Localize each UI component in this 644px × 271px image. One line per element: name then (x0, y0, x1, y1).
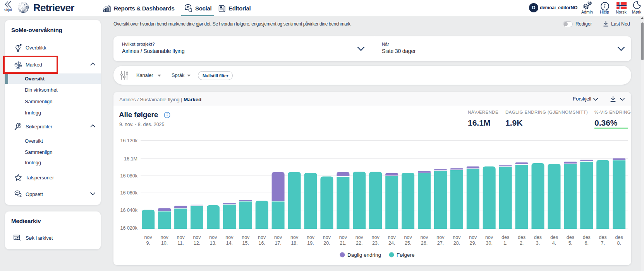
svg-text:nov: nov (485, 235, 493, 240)
svg-text:nov: nov (453, 235, 461, 240)
svg-text:nov: nov (420, 235, 428, 240)
svg-text:16.: 16. (259, 240, 265, 246)
svg-text:23.: 23. (372, 240, 379, 246)
svg-text:nov: nov (323, 235, 331, 240)
svg-text:25.: 25. (405, 240, 411, 246)
svg-text:10.: 10. (161, 240, 168, 246)
svg-text:27.: 27. (437, 240, 444, 246)
svg-text:nov: nov (225, 235, 234, 240)
svg-text:des: des (567, 235, 574, 240)
svg-text:12.: 12. (194, 240, 200, 246)
svg-text:nov: nov (193, 235, 201, 240)
svg-text:16 020k: 16 020k (120, 225, 138, 231)
svg-text:7.: 7. (601, 240, 605, 246)
svg-text:des: des (550, 235, 558, 240)
svg-text:nov: nov (290, 235, 299, 240)
svg-text:16 060k: 16 060k (120, 190, 138, 196)
svg-text:Daglig endring: Daglig endring (347, 252, 381, 258)
svg-text:nov: nov (404, 235, 412, 240)
svg-text:nov: nov (388, 235, 396, 240)
svg-text:16 040k: 16 040k (120, 208, 138, 213)
svg-text:nov: nov (242, 235, 250, 240)
svg-text:nov: nov (307, 235, 315, 240)
svg-text:29.: 29. (470, 240, 476, 246)
svg-text:6.: 6. (585, 240, 589, 246)
svg-text:30.: 30. (486, 240, 493, 246)
svg-text:14.: 14. (226, 240, 233, 246)
svg-text:28.: 28. (453, 240, 460, 246)
svg-text:nov: nov (144, 235, 153, 240)
svg-text:nov: nov (161, 235, 169, 240)
svg-text:3.: 3. (536, 240, 540, 246)
svg-text:des: des (518, 235, 526, 240)
svg-text:4.: 4. (552, 240, 556, 246)
svg-text:des: des (534, 235, 542, 240)
svg-text:18.: 18. (291, 240, 297, 246)
svg-text:nov: nov (469, 235, 477, 240)
svg-text:des: des (583, 235, 591, 240)
svg-text:15.: 15. (242, 240, 249, 246)
svg-text:nov: nov (258, 235, 266, 240)
svg-text:des: des (501, 235, 509, 240)
svg-text:11.: 11. (177, 240, 184, 246)
svg-text:nov: nov (274, 235, 282, 240)
svg-text:nov: nov (339, 235, 347, 240)
svg-text:5.: 5. (568, 240, 572, 246)
svg-text:16.1M: 16.1M (124, 156, 137, 162)
svg-text:des: des (615, 235, 623, 240)
svg-text:nov: nov (177, 235, 185, 240)
svg-text:9.: 9. (146, 240, 150, 246)
svg-text:2.: 2. (520, 240, 524, 246)
svg-text:21.: 21. (340, 240, 346, 246)
svg-text:nov: nov (355, 235, 364, 240)
svg-text:20.: 20. (323, 240, 330, 246)
svg-text:17.: 17. (275, 240, 281, 246)
svg-text:26.: 26. (421, 240, 428, 246)
svg-text:19.: 19. (307, 240, 314, 246)
svg-text:24.: 24. (388, 240, 395, 246)
svg-text:22.: 22. (356, 240, 362, 246)
svg-text:8.: 8. (617, 240, 621, 246)
svg-text:nov: nov (372, 235, 380, 240)
svg-text:13.: 13. (210, 240, 216, 246)
svg-text:nov: nov (209, 235, 217, 240)
svg-text:16 080k: 16 080k (120, 173, 138, 179)
svg-text:1.: 1. (503, 240, 507, 246)
svg-text:16 120k: 16 120k (120, 138, 138, 143)
svg-text:nov: nov (436, 235, 445, 240)
svg-text:des: des (599, 235, 607, 240)
svg-text:Følgere: Følgere (397, 252, 415, 258)
